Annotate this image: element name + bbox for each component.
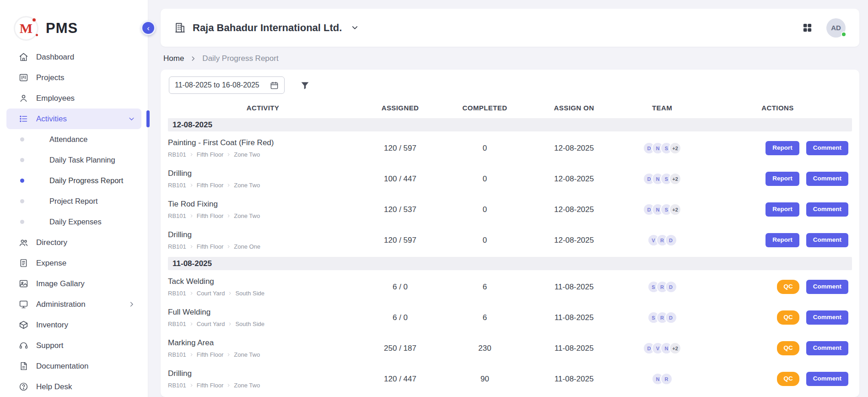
team-extra-badge[interactable]: +2 bbox=[669, 142, 681, 154]
chevron-down-icon bbox=[128, 115, 135, 122]
activity-row: Marking AreaRB101Fifth FloorZone Two250 … bbox=[168, 333, 852, 364]
completed-value: 6 bbox=[442, 283, 527, 292]
activity-row: Painting - First Coat (Fire Red)RB101Fif… bbox=[168, 133, 852, 163]
sidebar-subitem-daily-expenses[interactable]: Daily Expenses bbox=[0, 212, 148, 232]
qc-button[interactable]: QC bbox=[777, 341, 799, 355]
company-selector[interactable]: Raja Bahadur International Ltd. bbox=[174, 22, 359, 34]
sidebar-item-directory[interactable]: Directory bbox=[6, 232, 141, 253]
activity-cell: DrillingRB101Fifth FloorZone One bbox=[168, 230, 358, 250]
comment-button[interactable]: Comment bbox=[806, 280, 848, 294]
sidebar-item-support[interactable]: Support bbox=[6, 335, 141, 356]
activity-location-path: RB101Fifth FloorZone Two bbox=[168, 382, 353, 389]
building-icon bbox=[174, 22, 186, 33]
sidebar-item-employees[interactable]: Employees bbox=[6, 88, 141, 109]
team-avatar[interactable]: D bbox=[665, 234, 677, 246]
sidebar-subitem-project-report[interactable]: Project Report bbox=[0, 191, 148, 212]
column-header-team: TEAM bbox=[621, 104, 703, 112]
date-range-input[interactable]: 11-08-2025 to 16-08-2025 bbox=[169, 76, 285, 94]
activity-location-path: RB101Fifth FloorZone Two bbox=[168, 351, 353, 358]
actions-cell: ReportComment bbox=[703, 172, 852, 186]
sidebar-item-inventory[interactable]: Inventory bbox=[6, 315, 141, 335]
report-button[interactable]: Report bbox=[766, 202, 799, 217]
projects-icon bbox=[19, 73, 28, 82]
chevron-down-icon bbox=[350, 23, 359, 32]
assigned-value: 6 / 0 bbox=[358, 283, 442, 292]
sidebar-item-documentation[interactable]: Documentation bbox=[6, 356, 141, 376]
topbar: Raja Bahadur International Ltd. AD bbox=[161, 9, 859, 47]
sidebar-item-help-desk[interactable]: Help Desk bbox=[6, 376, 141, 397]
team-avatars: VRD bbox=[621, 234, 703, 246]
breadcrumb-current: Daily Progress Report bbox=[202, 54, 278, 63]
report-button[interactable]: Report bbox=[766, 233, 799, 247]
qc-button[interactable]: QC bbox=[777, 372, 799, 386]
location-part: Zone Two bbox=[234, 351, 260, 358]
logo-dot bbox=[36, 34, 38, 36]
app-logo[interactable]: M bbox=[14, 16, 38, 41]
sidebar-item-expense[interactable]: Expense bbox=[6, 253, 141, 273]
location-part: Zone Two bbox=[234, 382, 260, 389]
breadcrumb-home[interactable]: Home bbox=[163, 54, 184, 63]
sidebar-collapse-button[interactable]: ‹ bbox=[141, 21, 156, 35]
table-body: 12-08-2025Painting - First Coat (Fire Re… bbox=[168, 118, 852, 394]
sidebar-subitem-daily-task-planning[interactable]: Daily Task Planning bbox=[0, 150, 148, 170]
sidebar-item-projects[interactable]: Projects bbox=[6, 67, 141, 88]
apps-grid-icon[interactable] bbox=[802, 22, 813, 33]
user-initials: AD bbox=[831, 24, 841, 32]
comment-button[interactable]: Comment bbox=[806, 341, 848, 355]
report-button[interactable]: Report bbox=[766, 172, 799, 186]
sidebar-item-label: Documentation bbox=[36, 362, 88, 371]
activity-location-path: RB101Court YardSouth Side bbox=[168, 321, 353, 327]
location-part: Fifth Floor bbox=[197, 182, 224, 189]
calendar-icon[interactable] bbox=[270, 81, 279, 90]
team-avatar[interactable]: D bbox=[665, 281, 677, 293]
sidebar-item-administration[interactable]: Administration bbox=[6, 294, 141, 315]
team-avatars: DNS+2 bbox=[621, 173, 703, 185]
team-extra-badge[interactable]: +2 bbox=[669, 203, 681, 216]
qc-button[interactable]: QC bbox=[777, 310, 799, 325]
sidebar-subitem-label: Project Report bbox=[49, 197, 97, 206]
documentation-icon bbox=[19, 361, 28, 371]
sidebar-subitem-label: Attendance bbox=[49, 135, 87, 144]
chevron-right-icon bbox=[226, 245, 231, 249]
team-avatar[interactable]: R bbox=[660, 373, 673, 385]
completed-value: 0 bbox=[442, 144, 527, 153]
location-part: Fifth Floor bbox=[197, 382, 224, 389]
comment-button[interactable]: Comment bbox=[806, 372, 848, 386]
qc-button[interactable]: QC bbox=[777, 280, 799, 294]
activity-name: Drilling bbox=[168, 230, 353, 239]
comment-button[interactable]: Comment bbox=[806, 202, 848, 217]
date-group-row: 12-08-2025 bbox=[168, 118, 852, 131]
chevron-right-icon bbox=[226, 383, 231, 387]
assign-on-value: 11-08-2025 bbox=[527, 313, 621, 322]
report-button[interactable]: Report bbox=[766, 141, 799, 155]
activity-cell: Painting - First Coat (Fire Red)RB101Fif… bbox=[168, 138, 358, 158]
gallery-icon bbox=[19, 279, 28, 288]
team-avatars: SRD bbox=[621, 311, 703, 324]
team-extra-badge[interactable]: +2 bbox=[669, 173, 681, 185]
team-extra-badge[interactable]: +2 bbox=[669, 342, 681, 354]
filter-icon[interactable] bbox=[300, 81, 310, 90]
comment-button[interactable]: Comment bbox=[806, 310, 848, 325]
activity-row: Full WeldingRB101Court YardSouth Side6 /… bbox=[168, 302, 852, 333]
user-avatar[interactable]: AD bbox=[826, 18, 846, 38]
support-icon bbox=[19, 341, 28, 350]
bullet-icon bbox=[20, 137, 24, 141]
location-part: RB101 bbox=[168, 243, 186, 250]
column-header-completed: COMPLETED bbox=[442, 104, 527, 112]
sidebar-item-label: Directory bbox=[36, 238, 67, 247]
activity-name: Tie Rod Fixing bbox=[168, 200, 353, 209]
sidebar-subitem-attendance[interactable]: Attendance bbox=[0, 129, 148, 150]
activity-row: DrillingRB101Fifth FloorZone Two100 / 44… bbox=[168, 163, 852, 194]
team-avatar[interactable]: D bbox=[665, 311, 677, 324]
column-header-assign-on: ASSIGN ON bbox=[527, 104, 621, 112]
chevron-right-icon bbox=[189, 353, 194, 357]
sidebar-subitem-daily-progress-report[interactable]: Daily Progress Report bbox=[0, 170, 148, 191]
location-part: RB101 bbox=[168, 182, 186, 189]
sidebar-item-dashboard[interactable]: Dashboard bbox=[6, 47, 141, 67]
sidebar-item-activities[interactable]: Activities bbox=[6, 109, 141, 129]
comment-button[interactable]: Comment bbox=[806, 233, 848, 247]
sidebar-item-image-gallary[interactable]: Image Gallary bbox=[6, 273, 141, 294]
activity-location-path: RB101Fifth FloorZone Two bbox=[168, 182, 353, 189]
comment-button[interactable]: Comment bbox=[806, 141, 848, 155]
comment-button[interactable]: Comment bbox=[806, 172, 848, 186]
